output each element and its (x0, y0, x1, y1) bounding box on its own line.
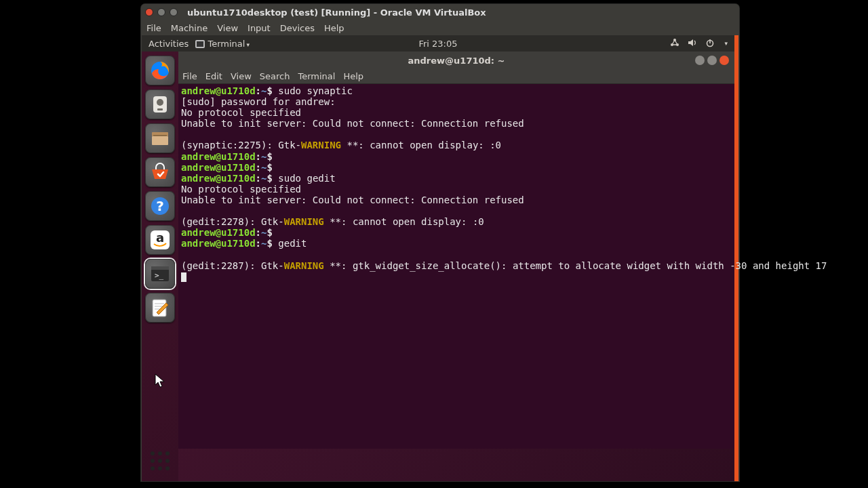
host-menu-view[interactable]: View (217, 23, 238, 33)
power-icon[interactable] (705, 38, 715, 49)
volume-icon[interactable] (688, 38, 697, 49)
help-icon[interactable]: ? (145, 191, 175, 221)
terminal-line: No protocol specified (181, 184, 732, 195)
topbar-appmenu[interactable]: Terminal▾ (195, 39, 250, 49)
terminal-line: andrew@u1710d:~$ (181, 151, 732, 162)
host-menubar: FileMachineViewInputDevicesHelp (141, 20, 739, 35)
terminal-line: (gedit:2287): Gtk-WARNING **: gtk_widget… (181, 260, 732, 271)
activities-button[interactable]: Activities (149, 39, 189, 49)
virtualbox-window: ubuntu1710desktop (test) [Running] - Ora… (141, 4, 739, 481)
terminal-output[interactable]: andrew@u1710d:~$ sudo synaptic[sudo] pas… (178, 84, 734, 449)
terminal-line: Unable to init server: Could not connect… (181, 195, 732, 205)
backups-icon[interactable] (145, 89, 175, 119)
svg-rect-10 (157, 108, 163, 110)
svg-rect-1 (197, 41, 203, 47)
close-icon[interactable] (145, 8, 153, 16)
terminal-line: andrew@u1710d:~$ sudo gedit (181, 173, 732, 184)
chevron-down-icon[interactable]: ▾ (724, 40, 728, 47)
terminal-menu-file[interactable]: File (182, 71, 197, 81)
amazon-icon[interactable]: a (145, 225, 175, 255)
terminal-menu-terminal[interactable]: Terminal (298, 71, 335, 81)
terminal-menu-search[interactable]: Search (260, 71, 290, 81)
host-menu-help[interactable]: Help (324, 23, 344, 33)
show-applications-icon[interactable] (148, 449, 172, 473)
terminal-titlebar[interactable]: andrew@u1710d: ~ (178, 52, 734, 69)
host-menu-input[interactable]: Input (248, 23, 271, 33)
host-menu-devices[interactable]: Devices (280, 23, 315, 33)
terminal-line (181, 249, 732, 260)
gnome-topbar: Activities Terminal▾ Fri 23:05 ▾ (142, 35, 734, 52)
host-window-title: ubuntu1710desktop (test) [Running] - Ora… (187, 7, 486, 18)
terminal-line: andrew@u1710d:~$ (181, 227, 732, 238)
host-menu-machine[interactable]: Machine (171, 23, 208, 33)
svg-text:a: a (156, 230, 164, 245)
terminal-line: Unable to init server: Could not connect… (181, 118, 732, 129)
host-titlebar[interactable]: ubuntu1710desktop (test) [Running] - Ora… (141, 4, 739, 20)
svg-text:>_: >_ (155, 271, 164, 280)
terminal-menu-edit[interactable]: Edit (205, 71, 222, 81)
mouse-cursor (155, 373, 167, 390)
terminal-menu-view[interactable]: View (231, 71, 252, 81)
text-editor-icon[interactable] (145, 293, 175, 323)
terminal-line: No protocol specified (181, 107, 732, 118)
minimize-icon[interactable] (157, 8, 165, 16)
terminal-line: [sudo] password for andrew: (181, 96, 732, 107)
terminal-line (181, 205, 732, 216)
terminal-window: andrew@u1710d: ~ FileEditViewSearchTermi… (178, 52, 734, 449)
terminal-menu-help[interactable]: Help (343, 71, 363, 81)
svg-rect-12 (152, 136, 168, 145)
terminal-icon[interactable]: >_ (145, 259, 175, 289)
dock: ?a>_ (142, 52, 178, 481)
terminal-line: (gedit:2278): Gtk-WARNING **: cannot ope… (181, 216, 732, 227)
host-menu-file[interactable]: File (146, 23, 161, 33)
terminal-line: (synaptic:2275): Gtk-WARNING **: cannot … (181, 140, 732, 150)
terminal-menubar: FileEditViewSearchTerminalHelp (178, 69, 734, 84)
terminal-title: andrew@u1710d: ~ (178, 56, 734, 66)
terminal-line (181, 271, 732, 282)
maximize-icon[interactable] (170, 8, 178, 16)
files-icon[interactable] (145, 123, 175, 153)
terminal-line: andrew@u1710d:~$ sudo synaptic (181, 85, 732, 96)
terminal-line (181, 129, 732, 140)
terminal-line: andrew@u1710d:~$ gedit (181, 238, 732, 249)
svg-rect-13 (153, 135, 167, 136)
svg-text:?: ? (156, 198, 164, 214)
svg-point-9 (157, 99, 163, 106)
svg-rect-19 (151, 266, 169, 270)
firefox-icon[interactable] (145, 56, 175, 85)
terminal-line: andrew@u1710d:~$ (181, 162, 732, 173)
guest-screen: Activities Terminal▾ Fri 23:05 ▾ ?a>_ Te… (142, 35, 738, 481)
network-icon[interactable] (670, 38, 679, 49)
software-icon[interactable] (145, 157, 175, 187)
